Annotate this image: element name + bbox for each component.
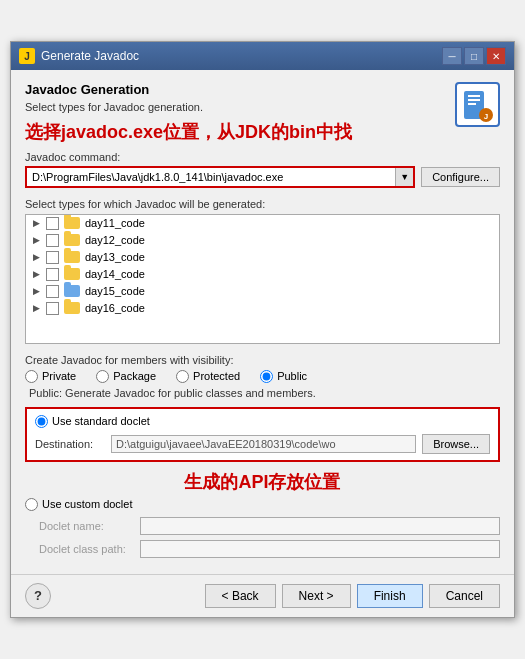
finish-button[interactable]: Finish	[357, 584, 423, 608]
list-item[interactable]: ▶ day14_code	[26, 266, 499, 283]
radio-private[interactable]: Private	[25, 370, 76, 383]
item-checkbox[interactable]	[46, 217, 59, 230]
title-bar-controls: ─ □ ✕	[442, 47, 506, 65]
expand-arrow-icon: ▶	[30, 251, 42, 263]
item-checkbox[interactable]	[46, 268, 59, 281]
destination-row: Destination: Browse...	[35, 434, 490, 454]
list-item[interactable]: ▶ day13_code	[26, 249, 499, 266]
destination-label: Destination:	[35, 438, 105, 450]
expand-arrow-icon: ▶	[30, 217, 42, 229]
item-checkbox[interactable]	[46, 302, 59, 315]
cmd-dropdown-button[interactable]: ▼	[395, 168, 413, 186]
folder-icon	[64, 251, 80, 263]
folder-icon	[64, 268, 80, 280]
svg-rect-2	[468, 99, 480, 101]
item-checkbox[interactable]	[46, 234, 59, 247]
svg-rect-3	[468, 103, 476, 105]
item-label: day16_code	[85, 302, 145, 314]
dialog-footer: ? < Back Next > Finish Cancel	[11, 574, 514, 617]
minimize-button[interactable]: ─	[442, 47, 462, 65]
visibility-section: Create Javadoc for members with visibili…	[25, 354, 500, 399]
tree-container[interactable]: ▶ day11_code ▶ day12_code ▶ day13_code ▶	[25, 214, 500, 344]
help-button[interactable]: ?	[25, 583, 51, 609]
title-bar: J Generate Javadoc ─ □ ✕	[11, 42, 514, 70]
section-title: Javadoc Generation	[25, 82, 500, 97]
item-label: day13_code	[85, 251, 145, 263]
expand-arrow-icon: ▶	[30, 285, 42, 297]
visibility-label: Create Javadoc for members with visibili…	[25, 354, 500, 366]
javadoc-logo: J	[455, 82, 500, 127]
item-label: day14_code	[85, 268, 145, 280]
javadoc-command-input[interactable]	[27, 168, 395, 186]
main-content: J Javadoc Generation Select types for Ja…	[11, 70, 514, 573]
radio-protected[interactable]: Protected	[176, 370, 240, 383]
title-bar-left: J Generate Javadoc	[19, 48, 139, 64]
back-button[interactable]: < Back	[205, 584, 276, 608]
cancel-button[interactable]: Cancel	[429, 584, 500, 608]
item-checkbox[interactable]	[46, 285, 59, 298]
doclet-classpath-row: Doclet class path:	[25, 540, 500, 558]
javadoc-title-icon: J	[19, 48, 35, 64]
maximize-button[interactable]: □	[464, 47, 484, 65]
item-checkbox[interactable]	[46, 251, 59, 264]
radio-public[interactable]: Public	[260, 370, 307, 383]
standard-doclet-section: Use standard doclet Destination: Browse.…	[25, 407, 500, 462]
svg-rect-1	[468, 95, 480, 97]
svg-text:J: J	[483, 112, 487, 121]
dialog-window: J Generate Javadoc ─ □ ✕ J J	[10, 41, 515, 617]
list-item[interactable]: ▶ day12_code	[26, 232, 499, 249]
tree-section-label: Select types for which Javadoc will be g…	[25, 198, 500, 210]
public-description: Public: Generate Javadoc for public clas…	[25, 387, 500, 399]
custom-doclet-section: Use custom doclet Doclet name: Doclet cl…	[25, 494, 500, 562]
section-description: Select types for Javadoc generation.	[25, 101, 500, 113]
standard-doclet-radio-row: Use standard doclet	[35, 415, 490, 428]
cmd-input-wrapper: ▼	[25, 166, 415, 188]
custom-doclet-radio-row: Use custom doclet	[25, 498, 500, 511]
doclet-name-input[interactable]	[140, 517, 500, 535]
doclet-classpath-input[interactable]	[140, 540, 500, 558]
list-item[interactable]: ▶ day15_code	[26, 283, 499, 300]
item-label: day15_code	[85, 285, 145, 297]
visibility-radio-row: Private Package Protected Public	[25, 370, 500, 383]
expand-arrow-icon: ▶	[30, 234, 42, 246]
footer-left: ?	[25, 583, 51, 609]
folder-icon	[64, 234, 80, 246]
footer-right: < Back Next > Finish Cancel	[205, 584, 500, 608]
javadoc-command-row: ▼ Configure...	[25, 166, 500, 188]
annotation-javadoc-path: 选择javadoc.exe位置，从JDK的bin中找	[25, 121, 500, 144]
javadoc-command-label: Javadoc command:	[25, 151, 500, 163]
close-button[interactable]: ✕	[486, 47, 506, 65]
configure-button[interactable]: Configure...	[421, 167, 500, 187]
folder-blue-icon	[64, 285, 80, 297]
doclet-name-label: Doclet name:	[39, 520, 134, 532]
header-section: J Javadoc Generation Select types for Ja…	[25, 82, 500, 144]
radio-standard-doclet[interactable]: Use standard doclet	[35, 415, 150, 428]
doclet-name-row: Doclet name:	[25, 517, 500, 535]
folder-icon	[64, 217, 80, 229]
expand-arrow-icon: ▶	[30, 268, 42, 280]
expand-arrow-icon: ▶	[30, 302, 42, 314]
next-button[interactable]: Next >	[282, 584, 351, 608]
doclet-classpath-label: Doclet class path:	[39, 543, 134, 555]
item-label: day12_code	[85, 234, 145, 246]
destination-input[interactable]	[111, 435, 416, 453]
title-bar-title: Generate Javadoc	[41, 49, 139, 63]
radio-custom-doclet[interactable]: Use custom doclet	[25, 498, 132, 511]
folder-icon	[64, 302, 80, 314]
radio-package[interactable]: Package	[96, 370, 156, 383]
browse-button[interactable]: Browse...	[422, 434, 490, 454]
list-item[interactable]: ▶ day11_code	[26, 215, 499, 232]
annotation-api-location: 生成的API存放位置	[25, 470, 500, 494]
list-item[interactable]: ▶ day16_code	[26, 300, 499, 317]
item-label: day11_code	[85, 217, 145, 229]
